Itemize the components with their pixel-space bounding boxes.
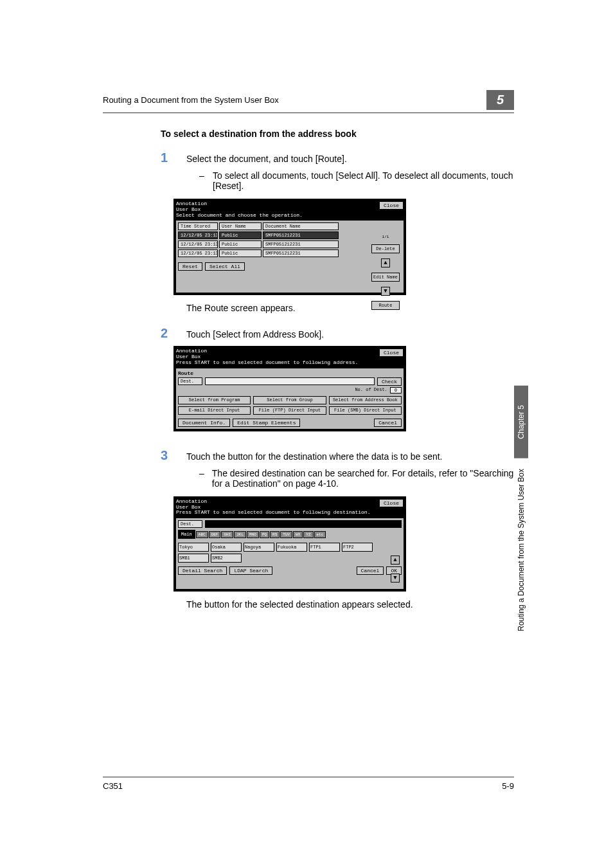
scroll-up-icon[interactable]: ▲ bbox=[391, 556, 400, 565]
route-label: Route bbox=[178, 370, 402, 376]
alpha-tabs: Main ABC DEF GHI JKL MNO PQ RS TUV WX YZ… bbox=[178, 530, 402, 539]
table-row[interactable]: 12/12/05 23:13 Public SMFP051212231 bbox=[178, 231, 362, 239]
email-direct-input-button[interactable]: E-mail Direct Input bbox=[178, 406, 251, 415]
edit-stamp-button[interactable]: Edit Stamp Elements bbox=[233, 419, 300, 427]
step-1-detail: – To select all documents, touch [Select… bbox=[199, 170, 514, 191]
tab-etc[interactable]: etc bbox=[314, 531, 326, 538]
delete-button[interactable]: De-lete bbox=[371, 244, 400, 253]
select-from-group-button[interactable]: Select from Group bbox=[253, 396, 326, 404]
panel-title-1: Annotation bbox=[176, 499, 370, 505]
dest-tokyo[interactable]: Tokyo bbox=[178, 543, 209, 552]
footer-left: C351 bbox=[103, 781, 123, 791]
dest-nagoya[interactable]: Nagoya bbox=[244, 543, 274, 552]
bullet-text: The desired destination can be searched … bbox=[212, 468, 514, 489]
side-chapter: Chapter 5 bbox=[514, 386, 528, 458]
close-button[interactable]: Close bbox=[379, 201, 404, 210]
select-from-program-button[interactable]: Select from Program bbox=[178, 396, 251, 404]
ldap-search-button[interactable]: LDAP Search bbox=[229, 566, 272, 575]
scroll-up-icon[interactable]: ▲ bbox=[381, 258, 390, 267]
step-text: Touch [Select from Address Book]. bbox=[186, 329, 514, 339]
tab-ghi[interactable]: GHI bbox=[221, 531, 233, 538]
caption-3: The button for the selected destination … bbox=[186, 599, 514, 610]
page-header: Routing a Document from the System User … bbox=[103, 90, 514, 113]
step-number: 1 bbox=[161, 150, 171, 165]
dest-ftp2[interactable]: FTP2 bbox=[342, 543, 373, 552]
table-row[interactable]: 12/12/05 23:13 Public SMFP051212231 bbox=[178, 249, 362, 257]
panel-title-1: Annotation bbox=[176, 348, 358, 354]
page-count: 1/1 bbox=[382, 235, 389, 239]
col-doc: Document Name bbox=[263, 222, 339, 230]
tab-yz[interactable]: YZ bbox=[303, 531, 313, 538]
dest-ftp1[interactable]: FTP1 bbox=[309, 543, 340, 552]
dash-icon: – bbox=[199, 468, 204, 489]
table-row[interactable]: 12/12/05 23:13 Public SMFP051212231 bbox=[178, 240, 362, 248]
col-time[interactable]: Time Stored bbox=[178, 222, 218, 230]
close-button[interactable]: Close bbox=[379, 348, 404, 357]
section-subheading: To select a destination from the address… bbox=[161, 129, 514, 139]
screenshot-destination-select: Annotation User Box Press START to send … bbox=[173, 496, 514, 592]
dest-field bbox=[205, 377, 375, 385]
dest-label: Dest. bbox=[178, 377, 202, 385]
tab-mno[interactable]: MNO bbox=[247, 531, 259, 538]
side-section: Routing a Document from the System User … bbox=[515, 464, 527, 637]
close-button[interactable]: Close bbox=[379, 499, 404, 507]
page-footer: C351 5-9 bbox=[103, 777, 514, 791]
footer-right: 5-9 bbox=[502, 781, 514, 791]
reset-button[interactable]: Reset bbox=[178, 262, 202, 271]
dest-osaka[interactable]: Osaka bbox=[211, 543, 242, 552]
dest-label: Dest. bbox=[178, 520, 202, 528]
nof-value: 0 bbox=[390, 387, 402, 393]
cancel-button[interactable]: Cancel bbox=[357, 566, 384, 575]
screenshot-route: Annotation User Box Press START to send … bbox=[173, 346, 514, 431]
tab-abc[interactable]: ABC bbox=[196, 531, 208, 538]
dash-icon: – bbox=[199, 170, 205, 191]
step-number: 2 bbox=[161, 326, 171, 341]
tab-tuv[interactable]: TUV bbox=[280, 531, 292, 538]
dest-display bbox=[205, 520, 402, 528]
bullet-text: To select all documents, touch [Select A… bbox=[213, 170, 514, 191]
step-text: Select the document, and touch [Route]. bbox=[186, 154, 514, 164]
select-all-button[interactable]: Select All bbox=[205, 262, 245, 271]
tab-jkl[interactable]: JKL bbox=[234, 531, 246, 538]
route-button[interactable]: Route bbox=[371, 301, 400, 310]
smb-direct-input-button[interactable]: File (SMB) Direct Input bbox=[329, 406, 402, 415]
side-tab: Chapter 5 Routing a Document from the Sy… bbox=[514, 386, 528, 636]
detail-search-button[interactable]: Detail Search bbox=[178, 566, 227, 575]
caption-1: The Route screen appears. bbox=[186, 303, 514, 313]
cancel-button[interactable]: Cancel bbox=[374, 419, 402, 427]
edit-name-button[interactable]: Edit Name bbox=[371, 273, 400, 282]
select-from-address-book-button[interactable]: Select from Address Book bbox=[329, 396, 402, 404]
nof-label: No. of Dest. bbox=[355, 387, 387, 393]
step-1: 1 Select the document, and touch [Route]… bbox=[161, 150, 514, 165]
step-3: 3 Touch the button for the destination w… bbox=[161, 448, 514, 463]
dest-smb2[interactable]: SMB2 bbox=[211, 554, 242, 563]
panel-instruction: Press START to send selected document to… bbox=[176, 510, 370, 516]
ftp-direct-input-button[interactable]: File (FTP) Direct Input bbox=[253, 406, 326, 415]
dest-fukuoka[interactable]: Fukuoka bbox=[276, 543, 307, 552]
step-text: Touch the button for the destination whe… bbox=[186, 451, 514, 462]
tab-rs[interactable]: RS bbox=[270, 531, 280, 538]
scroll-down-icon[interactable]: ▼ bbox=[391, 574, 400, 583]
tab-def[interactable]: DEF bbox=[209, 531, 221, 538]
tab-wx[interactable]: WX bbox=[293, 531, 303, 538]
panel-instruction: Press START to send selected document to… bbox=[176, 360, 358, 366]
step-3-detail: – The desired destination can be searche… bbox=[199, 468, 514, 489]
screenshot-document-list: Annotation User Box Select document and … bbox=[173, 199, 514, 295]
step-number: 3 bbox=[161, 448, 171, 463]
tab-main[interactable]: Main bbox=[178, 530, 195, 539]
document-info-button[interactable]: Document Info. bbox=[178, 419, 230, 427]
step-2: 2 Touch [Select from Address Book]. bbox=[161, 326, 514, 341]
tab-pq[interactable]: PQ bbox=[260, 531, 269, 538]
check-button[interactable]: Check bbox=[377, 377, 402, 386]
header-title: Routing a Document from the System User … bbox=[103, 95, 481, 105]
col-user: User Name bbox=[219, 222, 262, 230]
dest-smb1[interactable]: SMB1 bbox=[178, 554, 209, 563]
chapter-badge: 5 bbox=[486, 90, 514, 110]
panel-instruction: Select document and choose the operation… bbox=[176, 213, 303, 219]
scroll-down-icon[interactable]: ▼ bbox=[381, 287, 390, 296]
